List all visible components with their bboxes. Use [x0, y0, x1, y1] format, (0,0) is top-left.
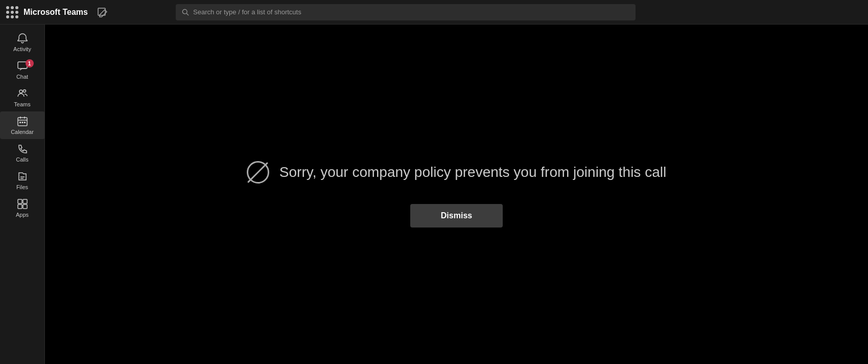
sidebar-item-calendar-label: Calendar	[11, 129, 34, 135]
app-title: Microsoft Teams	[24, 8, 88, 17]
files-icon	[17, 171, 28, 182]
svg-line-2	[186, 13, 189, 15]
sidebar-item-chat-label: Chat	[16, 74, 28, 80]
content-area: Sorry, your company policy prevents you …	[45, 25, 868, 364]
app-launcher-button[interactable]	[6, 6, 18, 18]
sidebar-item-files[interactable]: Files	[0, 167, 45, 194]
sidebar: Activity 1 Chat Teams	[0, 25, 45, 364]
ban-icon	[247, 161, 269, 184]
sidebar-item-teams[interactable]: Teams	[0, 84, 45, 111]
search-bar[interactable]: Search or type / for a list of shortcuts	[176, 4, 636, 20]
search-placeholder: Search or type / for a list of shortcuts	[193, 8, 301, 16]
sidebar-item-activity-label: Activity	[13, 46, 31, 52]
error-text: Sorry, your company policy prevents you …	[279, 164, 666, 180]
error-message: Sorry, your company policy prevents you …	[247, 161, 666, 184]
chat-badge: 1	[26, 59, 34, 67]
svg-rect-11	[21, 122, 23, 123]
svg-rect-15	[18, 199, 22, 203]
teams-icon	[17, 88, 28, 99]
sidebar-item-chat[interactable]: 1 Chat	[0, 56, 45, 84]
compose-icon[interactable]	[97, 7, 107, 17]
sidebar-item-calls[interactable]: Calls	[0, 139, 45, 167]
svg-rect-10	[19, 122, 21, 123]
sidebar-item-apps[interactable]: Apps	[0, 194, 45, 222]
sidebar-item-calls-label: Calls	[16, 156, 28, 163]
sidebar-item-apps-label: Apps	[16, 212, 29, 218]
calendar-icon	[17, 116, 28, 127]
svg-rect-12	[24, 122, 26, 123]
svg-point-1	[182, 9, 187, 14]
calls-icon	[17, 143, 28, 154]
svg-rect-16	[23, 199, 27, 203]
sidebar-item-calendar[interactable]: Calendar	[0, 111, 45, 139]
apps-icon	[17, 198, 28, 210]
sidebar-item-activity[interactable]: Activity	[0, 29, 45, 56]
bell-icon	[17, 33, 28, 44]
topbar-left: Microsoft Teams	[6, 6, 170, 18]
sidebar-item-teams-label: Teams	[14, 101, 30, 107]
svg-point-4	[19, 90, 22, 93]
main-layout: Activity 1 Chat Teams	[0, 25, 868, 364]
dismiss-button[interactable]: Dismiss	[410, 204, 503, 228]
svg-rect-18	[23, 204, 27, 209]
svg-rect-17	[18, 204, 22, 209]
sidebar-item-files-label: Files	[16, 184, 28, 190]
svg-point-5	[23, 90, 26, 93]
topbar: Microsoft Teams Search or type / for a l…	[0, 0, 868, 25]
search-icon	[182, 9, 189, 16]
